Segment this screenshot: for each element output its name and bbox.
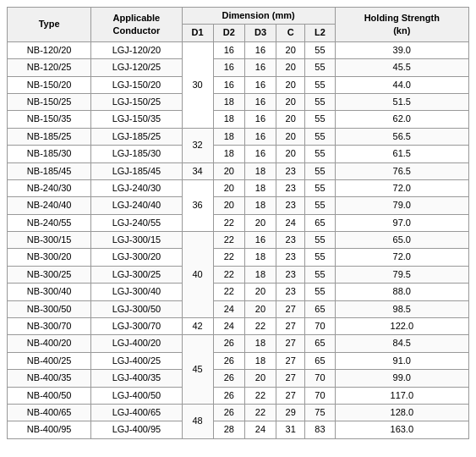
table-row: NB-240/40LGJ-240/402018235579.0 [8, 197, 469, 214]
cell-c: 27 [276, 370, 305, 387]
cell-holding-strength: 45.5 [335, 59, 468, 76]
cell-c: 23 [276, 179, 305, 196]
cell-d3: 16 [244, 111, 276, 128]
cell-conductor: LGJ-400/35 [91, 370, 182, 387]
cell-type: NB-400/35 [8, 370, 91, 387]
cell-d3: 20 [244, 300, 276, 317]
cell-type: NB-400/95 [8, 421, 91, 438]
cell-conductor: LGJ-185/25 [91, 128, 182, 145]
cell-holding-strength: 88.0 [335, 284, 468, 300]
cell-conductor: LGJ-185/30 [91, 146, 182, 162]
cell-c: 23 [276, 249, 305, 266]
col-l2: L2 [305, 25, 335, 41]
table-row: NB-185/25LGJ-185/25321816205556.5 [8, 128, 469, 145]
table-row: NB-185/30LGJ-185/301816205561.5 [8, 146, 469, 162]
cell-d2: 24 [213, 318, 244, 335]
table-row: NB-120/20LGJ-120/20301616205539.0 [8, 41, 469, 58]
cell-d3: 20 [244, 370, 276, 387]
col-dimension: Dimension (mm) [182, 8, 335, 25]
cell-c: 29 [276, 404, 305, 421]
cell-d2: 16 [213, 76, 244, 93]
cell-holding-strength: 72.0 [335, 249, 468, 266]
cell-conductor: LGJ-300/25 [91, 266, 182, 283]
cell-l2: 65 [305, 352, 335, 369]
cell-conductor: LGJ-120/25 [91, 59, 182, 76]
cell-type: NB-150/25 [8, 93, 91, 110]
cell-type: NB-300/50 [8, 300, 91, 317]
cell-d1: 42 [182, 318, 213, 335]
cell-conductor: LGJ-400/95 [91, 421, 182, 438]
cell-conductor: LGJ-300/40 [91, 284, 182, 300]
cell-holding-strength: 72.0 [335, 179, 468, 196]
cell-c: 20 [276, 41, 305, 58]
cell-type: NB-240/55 [8, 214, 91, 231]
cell-c: 24 [276, 214, 305, 231]
table-row: NB-400/35LGJ-400/352620277099.0 [8, 370, 469, 387]
cell-l2: 55 [305, 128, 335, 145]
cell-d3: 18 [244, 197, 276, 214]
table-row: NB-120/25LGJ-120/251616205545.5 [8, 59, 469, 76]
cell-d2: 28 [213, 421, 244, 438]
cell-holding-strength: 62.0 [335, 111, 468, 128]
cell-d3: 16 [244, 59, 276, 76]
cell-c: 20 [276, 111, 305, 128]
cell-type: NB-185/25 [8, 128, 91, 145]
cell-conductor: LGJ-300/15 [91, 232, 182, 249]
cell-d3: 16 [244, 128, 276, 145]
cell-conductor: LGJ-400/50 [91, 387, 182, 404]
cell-l2: 83 [305, 421, 335, 438]
table-row: NB-150/35LGJ-150/351816205562.0 [8, 111, 469, 128]
cell-c: 27 [276, 300, 305, 317]
cell-d1: 34 [182, 162, 213, 179]
cell-l2: 70 [305, 387, 335, 404]
cell-d1: 30 [182, 41, 213, 128]
table-row: NB-300/25LGJ-300/252218235579.5 [8, 266, 469, 283]
cell-c: 20 [276, 146, 305, 162]
cell-d2: 18 [213, 128, 244, 145]
cell-d3: 18 [244, 266, 276, 283]
cell-d3: 22 [244, 404, 276, 421]
cell-l2: 55 [305, 162, 335, 179]
cell-d3: 18 [244, 162, 276, 179]
cell-d3: 18 [244, 352, 276, 369]
cell-holding-strength: 117.0 [335, 387, 468, 404]
cell-c: 20 [276, 76, 305, 93]
main-table: Type ApplicableConductor Dimension (mm) … [7, 7, 469, 439]
cell-d3: 24 [244, 421, 276, 438]
cell-d3: 22 [244, 318, 276, 335]
cell-d3: 20 [244, 284, 276, 300]
cell-holding-strength: 39.0 [335, 41, 468, 58]
cell-d2: 20 [213, 162, 244, 179]
cell-c: 23 [276, 232, 305, 249]
cell-type: NB-185/30 [8, 146, 91, 162]
cell-type: NB-400/50 [8, 387, 91, 404]
cell-c: 27 [276, 318, 305, 335]
cell-d2: 22 [213, 249, 244, 266]
cell-c: 20 [276, 59, 305, 76]
cell-c: 27 [276, 352, 305, 369]
cell-type: NB-300/70 [8, 318, 91, 335]
cell-d2: 18 [213, 111, 244, 128]
cell-holding-strength: 163.0 [335, 421, 468, 438]
cell-d2: 24 [213, 300, 244, 317]
cell-holding-strength: 65.0 [335, 232, 468, 249]
cell-d2: 26 [213, 387, 244, 404]
cell-d2: 18 [213, 93, 244, 110]
cell-d2: 16 [213, 41, 244, 58]
cell-holding-strength: 84.5 [335, 335, 468, 352]
cell-d1: 45 [182, 335, 213, 405]
cell-d2: 18 [213, 146, 244, 162]
cell-l2: 75 [305, 404, 335, 421]
cell-d2: 26 [213, 335, 244, 352]
cell-type: NB-300/15 [8, 232, 91, 249]
col-d1: D1 [182, 25, 213, 41]
cell-l2: 65 [305, 335, 335, 352]
table-row: NB-300/15LGJ-300/15402216235565.0 [8, 232, 469, 249]
cell-d3: 20 [244, 214, 276, 231]
cell-conductor: LGJ-120/20 [91, 41, 182, 58]
cell-conductor: LGJ-185/45 [91, 162, 182, 179]
table-row: NB-300/40LGJ-300/402220235588.0 [8, 284, 469, 300]
cell-c: 23 [276, 197, 305, 214]
cell-c: 23 [276, 266, 305, 283]
cell-c: 23 [276, 162, 305, 179]
